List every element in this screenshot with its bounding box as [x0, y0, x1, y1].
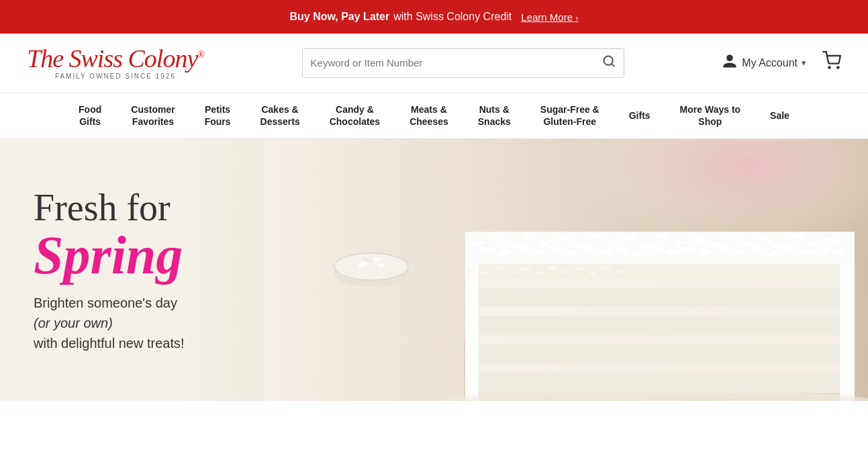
header: The Swiss Colony® FAMILY OWNED SINCE 192…: [0, 34, 868, 92]
nav-link-petits-fours[interactable]: PetitsFours: [190, 93, 246, 138]
hero-line5: with delightful new treats!: [34, 336, 185, 351]
account-icon: [722, 53, 738, 73]
nav-link-more-ways[interactable]: More Ways toShop: [665, 93, 756, 138]
cart-icon: [822, 51, 841, 70]
logo[interactable]: The Swiss Colony® FAMILY OWNED SINCE 192…: [27, 46, 204, 80]
svg-rect-20: [465, 335, 855, 345]
learn-more-link[interactable]: Learn More ›: [521, 11, 578, 23]
learn-more-label: Learn More: [521, 11, 573, 23]
nav-link-meats-cheeses[interactable]: Meats &Cheeses: [395, 93, 463, 138]
nav-link-food-gifts[interactable]: FoodGifts: [64, 93, 116, 138]
top-banner: Buy Now, Pay Later with Swiss Colony Cre…: [0, 0, 868, 34]
svg-rect-16: [465, 279, 855, 288]
nav-item-customer-favorites: CustomerFavorites: [116, 93, 189, 138]
nav-item-meats-cheeses: Meats &Cheeses: [395, 93, 463, 138]
svg-rect-21: [465, 345, 855, 363]
banner-chevron: ›: [575, 13, 578, 23]
svg-rect-23: [465, 373, 855, 393]
hero-cake-svg: [264, 139, 868, 401]
hero-image: [264, 139, 868, 401]
header-right: My Account ▾: [722, 51, 841, 75]
cart-button[interactable]: [822, 51, 841, 75]
account-label: My Account: [742, 57, 798, 69]
svg-rect-19: [465, 316, 855, 335]
nav-item-sale: Sale: [755, 99, 804, 132]
search-icon: [602, 54, 616, 68]
nav-item-petits-fours: PetitsFours: [190, 93, 246, 138]
nav-list: FoodGiftsCustomerFavoritesPetitsFoursCak…: [64, 93, 804, 138]
hero-line3: Brighten someone's day: [34, 296, 177, 310]
nav-link-gifts[interactable]: Gifts: [614, 99, 665, 132]
nav-item-candy-chocolates: Candy &Chocolates: [315, 93, 395, 138]
logo-text: The Swiss Colony®: [27, 46, 204, 71]
search-area: [218, 48, 708, 78]
nav-link-sugar-free[interactable]: Sugar-Free &Gluten-Free: [526, 93, 614, 138]
nav-link-candy-chocolates[interactable]: Candy &Chocolates: [315, 93, 395, 138]
hero-section: Fresh for Spring Brighten someone's day …: [0, 139, 868, 401]
search-button[interactable]: [602, 54, 616, 71]
svg-point-3: [837, 66, 838, 68]
nav-item-food-gifts: FoodGifts: [64, 93, 116, 138]
svg-rect-17: [465, 288, 855, 307]
nav-item-more-ways: More Ways toShop: [665, 93, 756, 138]
hero-line2: Spring: [34, 228, 235, 282]
banner-text-bold: Buy Now, Pay Later: [289, 11, 389, 23]
svg-rect-18: [465, 307, 855, 316]
nav-item-cakes-desserts: Cakes &Desserts: [246, 93, 315, 138]
hero-text-overlay: Fresh for Spring Brighten someone's day …: [0, 139, 255, 401]
account-chevron-icon: ▾: [802, 58, 806, 68]
svg-rect-24: [465, 260, 479, 401]
nav-item-sugar-free: Sugar-Free &Gluten-Free: [526, 93, 614, 138]
nav-item-nuts-snacks: Nuts &Snacks: [463, 93, 526, 138]
search-box: [302, 48, 624, 78]
search-input[interactable]: [311, 57, 602, 69]
logo-sub: FAMILY OWNED SINCE 1926: [27, 73, 204, 80]
hero-line4: (or your own): [34, 316, 113, 330]
main-navigation: FoodGiftsCustomerFavoritesPetitsFoursCak…: [0, 92, 868, 139]
svg-line-1: [611, 64, 614, 66]
nav-item-gifts: Gifts: [614, 99, 665, 132]
hero-description: Brighten someone's day (or your own) wit…: [34, 293, 235, 353]
nav-link-sale[interactable]: Sale: [755, 99, 804, 132]
nav-link-nuts-snacks[interactable]: Nuts &Snacks: [463, 93, 526, 138]
svg-point-7: [334, 253, 408, 280]
svg-rect-22: [465, 363, 855, 373]
nav-link-customer-favorites[interactable]: CustomerFavorites: [116, 93, 189, 138]
svg-rect-25: [840, 260, 855, 401]
account-area[interactable]: My Account ▾: [722, 53, 806, 73]
person-icon: [722, 53, 738, 69]
svg-point-2: [828, 66, 830, 68]
hero-line1: Fresh for: [34, 187, 235, 229]
banner-text-normal: with Swiss Colony Credit: [393, 11, 512, 23]
nav-link-cakes-desserts[interactable]: Cakes &Desserts: [246, 93, 315, 138]
